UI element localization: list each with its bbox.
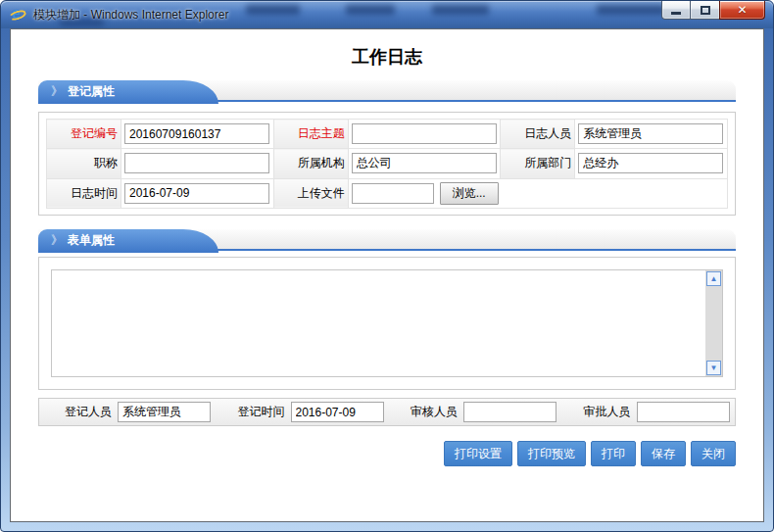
department-input[interactable]	[578, 153, 723, 173]
maximize-icon	[701, 6, 710, 15]
save-button[interactable]: 保存	[641, 441, 686, 466]
close-dialog-button[interactable]: 关闭	[691, 441, 736, 466]
minimize-button[interactable]	[661, 1, 691, 20]
field-label-department: 所属部门	[501, 149, 575, 178]
section-arrow-icon: 》	[51, 233, 63, 247]
background-window-artifact	[346, 5, 395, 15]
table-row: 职称 所属机构 所属部门	[47, 149, 728, 178]
form-content-box: ▲ ▼	[38, 257, 736, 390]
footer-field-registrant: 登记人员	[41, 402, 215, 422]
print-preview-button[interactable]: 打印预览	[517, 441, 586, 466]
field-label-approver: 审批人员	[560, 404, 637, 420]
maximize-button[interactable]	[691, 1, 719, 20]
background-window-artifact	[597, 5, 665, 15]
field-label-log-person: 日志人员	[501, 120, 575, 149]
upload-file-input[interactable]	[352, 183, 434, 204]
field-label-log-time: 日志时间	[47, 178, 121, 208]
browse-button[interactable]: 浏览...	[440, 182, 499, 205]
page-title: 工作日志	[11, 45, 763, 69]
print-button[interactable]: 打印	[591, 441, 636, 466]
job-title-input[interactable]	[124, 153, 269, 173]
form-content-editor[interactable]	[51, 269, 723, 377]
registration-section-tab: 》登记属性	[38, 80, 183, 104]
registration-section-header: 》登记属性	[38, 80, 736, 102]
field-label-organization: 所属机构	[273, 149, 348, 178]
action-button-bar: 打印设置 打印预览 打印 保存 关闭	[444, 441, 736, 466]
field-label-job-title: 职称	[47, 149, 121, 178]
field-label-upload-file: 上传文件	[273, 178, 348, 208]
close-button[interactable]: ✕	[719, 1, 765, 20]
log-time-input[interactable]	[124, 183, 269, 204]
background-window-artifact	[246, 5, 300, 15]
form-section-header: 》表单属性	[38, 229, 736, 251]
scroll-up-button[interactable]: ▲	[706, 271, 721, 286]
footer-field-approver: 审批人员	[560, 402, 734, 422]
minimize-icon	[671, 12, 681, 15]
footer-field-reviewer: 审核人员	[387, 402, 560, 422]
field-label-reviewer: 审核人员	[387, 404, 463, 420]
registration-section-label: 登记属性	[68, 84, 115, 98]
reg-time-input[interactable]	[291, 402, 384, 422]
footer-field-reg-time: 登记时间	[215, 402, 388, 422]
log-person-input[interactable]	[578, 123, 723, 144]
background-window-artifact	[60, 20, 104, 25]
section-arrow-icon: 》	[51, 84, 63, 98]
dialog-content: 工作日志 》登记属性 登记编号 日志主题 日志人员	[10, 28, 764, 522]
print-settings-button[interactable]: 打印设置	[444, 441, 512, 466]
titlebar[interactable]: e 模块增加 - Windows Internet Explorer	[1, 1, 773, 28]
registrant-input[interactable]	[118, 402, 211, 422]
table-row: 日志时间 上传文件 浏览...	[47, 178, 728, 208]
log-subject-input[interactable]	[352, 123, 497, 144]
organization-input[interactable]	[352, 153, 497, 173]
reviewer-input[interactable]	[463, 402, 556, 422]
close-icon: ✕	[737, 4, 747, 16]
registration-fields-box: 登记编号 日志主题 日志人员 职称 所属机构 所属部门 日志时间	[38, 112, 736, 216]
background-window-artifact	[432, 5, 489, 15]
vertical-scrollbar[interactable]: ▲ ▼	[705, 270, 722, 376]
form-section-label: 表单属性	[68, 233, 115, 247]
approver-input[interactable]	[637, 402, 730, 422]
field-label-reg-time: 登记时间	[215, 404, 291, 420]
footer-fields-strip: 登记人员 登记时间 审核人员 审批人员	[38, 398, 736, 426]
form-section-tab: 》表单属性	[38, 229, 183, 253]
field-label-registrant: 登记人员	[41, 404, 118, 420]
scroll-down-button[interactable]: ▼	[706, 361, 721, 375]
internet-explorer-icon: e	[10, 7, 26, 24]
field-label-reg-number: 登记编号	[47, 120, 121, 149]
registration-fields-table: 登记编号 日志主题 日志人员 职称 所属机构 所属部门 日志时间	[46, 119, 728, 209]
reg-number-input[interactable]	[124, 123, 269, 144]
table-row: 登记编号 日志主题 日志人员	[47, 120, 728, 149]
field-label-log-subject: 日志主题	[273, 120, 348, 149]
ie-dialog-window: e 模块增加 - Windows Internet Explorer ✕ 工作日…	[0, 0, 774, 532]
window-controls: ✕	[661, 1, 765, 20]
